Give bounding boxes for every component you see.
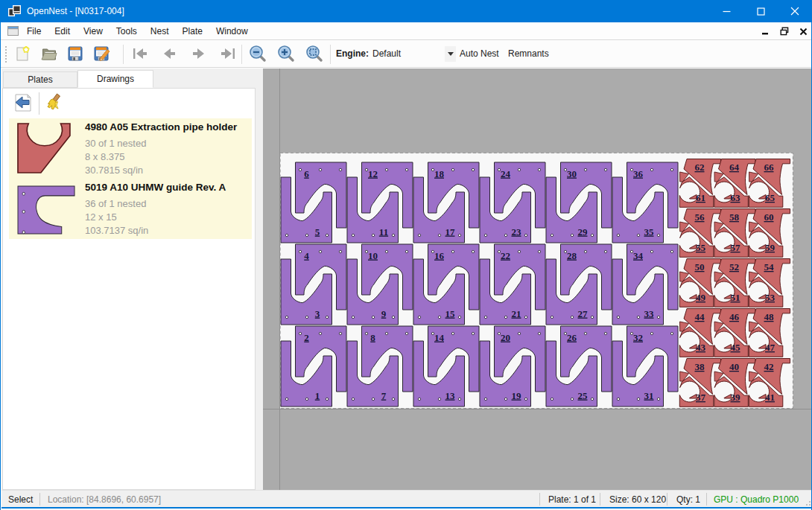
svg-text:48: 48 <box>764 311 775 322</box>
svg-text:8: 8 <box>370 332 375 343</box>
svg-text:14: 14 <box>434 332 445 343</box>
svg-text:45: 45 <box>731 342 741 353</box>
svg-text:20: 20 <box>501 332 510 343</box>
svg-text:40: 40 <box>729 361 739 372</box>
svg-text:61: 61 <box>696 192 705 203</box>
svg-text:25: 25 <box>578 390 589 401</box>
svg-text:34: 34 <box>633 250 644 261</box>
svg-text:44: 44 <box>695 311 705 322</box>
svg-text:51: 51 <box>731 292 740 303</box>
svg-text:32: 32 <box>633 332 643 343</box>
svg-text:42: 42 <box>764 361 774 372</box>
svg-text:10: 10 <box>368 250 378 261</box>
svg-text:9: 9 <box>381 308 387 319</box>
svg-text:21: 21 <box>512 308 521 319</box>
svg-text:23: 23 <box>512 226 522 238</box>
svg-text:41: 41 <box>765 392 775 403</box>
svg-text:64: 64 <box>729 162 740 173</box>
svg-text:11: 11 <box>379 226 388 238</box>
svg-text:58: 58 <box>729 211 740 223</box>
svg-text:53: 53 <box>765 292 775 303</box>
svg-text:33: 33 <box>644 308 655 319</box>
svg-text:35: 35 <box>644 226 655 238</box>
svg-text:7: 7 <box>381 390 387 401</box>
svg-text:16: 16 <box>434 250 445 261</box>
svg-text:59: 59 <box>765 242 775 253</box>
svg-text:54: 54 <box>764 261 775 272</box>
svg-text:43: 43 <box>696 342 706 353</box>
svg-text:27: 27 <box>578 308 589 319</box>
svg-text:36: 36 <box>633 168 644 179</box>
svg-text:38: 38 <box>695 361 705 372</box>
svg-text:6: 6 <box>304 168 309 179</box>
svg-text:17: 17 <box>445 226 456 238</box>
svg-text:49: 49 <box>696 292 706 303</box>
svg-text:2: 2 <box>304 332 309 343</box>
svg-text:4: 4 <box>304 250 309 261</box>
svg-text:28: 28 <box>567 250 577 261</box>
svg-text:46: 46 <box>729 311 740 322</box>
svg-text:65: 65 <box>765 192 775 203</box>
svg-text:3: 3 <box>315 308 320 319</box>
svg-text:66: 66 <box>764 162 775 173</box>
svg-text:62: 62 <box>695 162 705 173</box>
svg-text:5: 5 <box>315 226 320 238</box>
svg-text:18: 18 <box>434 168 445 179</box>
svg-text:1: 1 <box>315 390 320 401</box>
svg-text:19: 19 <box>512 390 522 401</box>
svg-text:56: 56 <box>695 211 705 223</box>
svg-text:52: 52 <box>729 261 739 272</box>
svg-text:15: 15 <box>445 308 456 319</box>
svg-text:12: 12 <box>368 168 378 179</box>
svg-text:39: 39 <box>731 392 741 403</box>
svg-text:29: 29 <box>578 226 589 238</box>
svg-text:30: 30 <box>567 168 577 179</box>
svg-text:24: 24 <box>501 168 511 179</box>
svg-text:26: 26 <box>567 332 577 343</box>
svg-text:63: 63 <box>731 192 741 203</box>
svg-text:57: 57 <box>731 242 741 253</box>
svg-text:47: 47 <box>765 342 775 353</box>
svg-text:55: 55 <box>696 242 706 253</box>
svg-text:50: 50 <box>695 261 705 272</box>
svg-text:60: 60 <box>764 211 774 223</box>
svg-text:13: 13 <box>445 390 456 401</box>
svg-text:22: 22 <box>501 250 510 261</box>
svg-text:37: 37 <box>696 392 706 403</box>
svg-text:31: 31 <box>644 390 654 401</box>
